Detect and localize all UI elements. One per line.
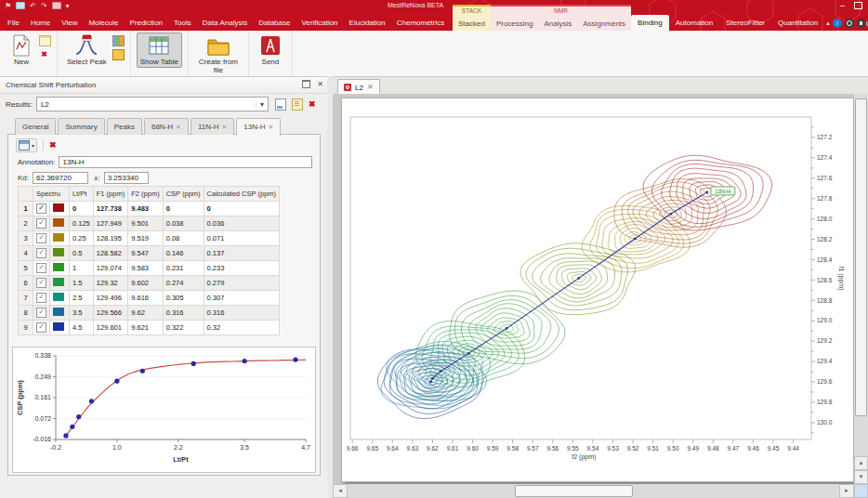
tab-analysis[interactable]: Analysis [538, 17, 577, 31]
table-row[interactable]: 5✓1129.0749.5830.2310.233 [19, 261, 280, 276]
mini-chart-icon[interactable] [112, 35, 125, 46]
checkbox[interactable]: ✓ [36, 233, 46, 243]
table-cell: 3.5 [70, 306, 94, 321]
gear-icon[interactable] [845, 19, 854, 28]
create-from-file-button[interactable]: Create from file [194, 33, 243, 76]
close-icon[interactable]: ✕ [268, 123, 273, 132]
tab-label: Summary [65, 123, 97, 132]
checkbox[interactable]: ✓ [36, 218, 46, 229]
redo-icon[interactable] [41, 2, 47, 10]
new-button[interactable]: New [6, 33, 37, 68]
table-view-button[interactable]: ▾ [16, 138, 37, 152]
tab-11n-h[interactable]: 11N-H✕ [191, 118, 234, 135]
nmr-spectrum-plot[interactable]: 9.669.659.649.639.629.619.609.599.589.57… [342, 98, 851, 479]
svg-text:9.63: 9.63 [407, 445, 419, 452]
table-row[interactable]: 3✓0.25128.1959.5190.080.071 [19, 231, 280, 246]
tab-summary[interactable]: Summary [58, 118, 104, 135]
svg-text:9.46: 9.46 [747, 445, 759, 452]
table-cell: 129.32 [93, 276, 127, 291]
show-table-button[interactable]: Show Table [137, 33, 182, 68]
float-panel-icon[interactable] [302, 80, 310, 88]
menu-item-view[interactable]: View [56, 15, 83, 31]
scroll-up-icon[interactable]: ▲ [854, 456, 868, 470]
table-row[interactable]: 9✓4.5129.6019.6210.3220.32 [19, 321, 280, 335]
scroll-right-icon[interactable]: ► [839, 484, 854, 498]
table-row[interactable]: 1✓0127.7389.48300 [19, 202, 280, 216]
close-icon[interactable]: ✕ [176, 123, 181, 132]
tab-assignments[interactable]: Assignments [577, 17, 631, 31]
copy-table-icon[interactable] [292, 98, 303, 111]
uncertainty-field[interactable] [104, 172, 149, 184]
table-row[interactable]: 2✓0.125127.9499.5010.0380.036 [19, 216, 280, 231]
print-icon[interactable] [52, 2, 61, 9]
menu-item-home[interactable]: Home [25, 15, 56, 31]
row-number: 3 [19, 231, 33, 246]
menu-item-chemometrics[interactable]: Chemometrics [391, 15, 451, 31]
menu-item-file[interactable]: File [2, 15, 25, 31]
table-row[interactable]: 7✓2.5129.4969.6160.3050.307 [19, 291, 280, 306]
checkbox[interactable]: ✓ [36, 263, 46, 273]
more-caret-icon[interactable] [66, 2, 70, 10]
menu-item-database[interactable]: Database [253, 15, 296, 31]
select-peak-button[interactable]: Select Peak [63, 33, 111, 68]
menu-item-elucidation[interactable]: Elucidation [344, 15, 391, 31]
send-button[interactable]: Send [255, 33, 286, 68]
horizontal-scrollbar-thumb[interactable] [515, 485, 633, 497]
tab-13n-h[interactable]: 13N-H✕ [236, 118, 281, 136]
checkbox[interactable]: ✓ [36, 308, 46, 318]
delete-red-x-icon[interactable]: ✖ [39, 49, 49, 59]
checkbox[interactable]: ✓ [36, 248, 46, 258]
notes-icon[interactable] [39, 35, 51, 46]
collapse-ribbon-icon[interactable]: ▴ [826, 20, 830, 27]
titlebar: MestReNova BETA – FileHomeViewMoleculePr… [0, 0, 868, 31]
document-tab[interactable]: L2 ✕ [337, 79, 380, 95]
vertical-scrollbar-thumb[interactable] [855, 98, 867, 416]
menu-item-tools[interactable]: Tools [168, 15, 197, 31]
menu-item-prediction[interactable]: Prediction [124, 15, 168, 31]
info-icon[interactable]: i [833, 19, 842, 28]
results-dropdown[interactable]: L2 ▼ [36, 97, 269, 111]
tab-processing[interactable]: Processing [491, 17, 539, 31]
checkbox[interactable]: ✓ [36, 278, 46, 288]
close-icon[interactable]: ✕ [221, 123, 227, 132]
scroll-down-icon[interactable]: ▼ [854, 470, 868, 484]
tab-automation[interactable]: Automation [669, 15, 719, 31]
delete-results-icon[interactable]: ✖ [309, 100, 316, 109]
checkbox[interactable]: ✓ [36, 322, 46, 333]
tab-stacked[interactable]: Stacked [453, 17, 491, 31]
svg-text:128.8: 128.8 [817, 297, 833, 304]
delete-peak-icon[interactable]: ✖ [49, 141, 57, 150]
menu-item-verification[interactable]: Verification [296, 15, 343, 31]
table-cell: 4.5 [70, 321, 94, 335]
mini-folder-icon[interactable] [112, 49, 125, 60]
tab-binding[interactable]: Binding [631, 15, 669, 31]
table-cell: 0.036 [204, 216, 279, 231]
checkbox[interactable]: ✓ [36, 293, 46, 303]
close-panel-icon[interactable]: ✕ [317, 81, 323, 88]
table-row[interactable]: 4✓0.5128.5829.5470.1460.137 [19, 246, 280, 261]
table-row[interactable]: 8✓3.5129.5669.620.3160.316 [19, 306, 280, 321]
checkbox[interactable]: ✓ [36, 203, 46, 214]
close-icon[interactable]: ✕ [367, 84, 374, 91]
menu-item-data-analysis[interactable]: Data Analysis [197, 15, 253, 31]
tab-stereofitter[interactable]: StereoFitter [719, 15, 771, 31]
vertical-scrollbar[interactable]: ▲ ▼ [854, 94, 868, 484]
tab-quantitation[interactable]: Quantitation [771, 15, 824, 31]
undo-icon[interactable] [30, 2, 36, 10]
svg-text:9.60: 9.60 [467, 445, 479, 452]
notifications-icon[interactable] [857, 19, 866, 28]
table-cell: 0.231 [163, 261, 204, 276]
horizontal-scrollbar[interactable]: ◄ ► [333, 484, 854, 498]
kd-field[interactable] [33, 172, 88, 184]
scroll-left-icon[interactable]: ◄ [333, 484, 348, 498]
report-icon[interactable] [275, 98, 286, 111]
tab-peaks[interactable]: Peaks [107, 118, 142, 135]
printer-icon[interactable] [16, 2, 25, 9]
menu-item-molecule[interactable]: Molecule [83, 15, 124, 31]
tab-general[interactable]: General [15, 118, 56, 135]
flag-icon[interactable] [5, 2, 11, 10]
tab-68n-h[interactable]: 68N-H✕ [144, 118, 189, 135]
table-row[interactable]: 6✓1.5129.329.6020.2740.279 [19, 276, 280, 291]
annotation-field[interactable] [59, 156, 312, 168]
select-peak-icon [74, 34, 99, 58]
